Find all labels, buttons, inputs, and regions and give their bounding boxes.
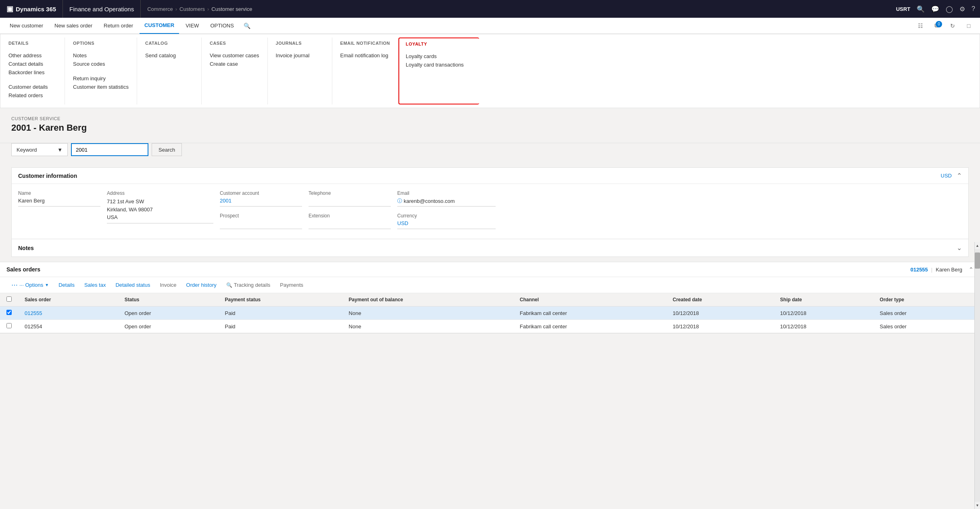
menu-view-cases[interactable]: View customer cases	[210, 51, 259, 60]
menu-loyalty-cards[interactable]: Loyalty cards	[406, 52, 473, 60]
order-type-cell: Sales order	[873, 320, 974, 333]
created-date-cell: 10/12/2018	[666, 320, 774, 333]
catalog-section-title: CATALOG	[145, 41, 193, 47]
app-label: Finance and Operations	[69, 6, 134, 13]
email-value[interactable]: ⓘ karenb@contoso.com	[397, 198, 496, 207]
col-payment-status: Payment status	[219, 293, 342, 307]
journals-section-title: JOURNALS	[276, 41, 324, 47]
table-row[interactable]: 012555 Open order Paid None Fabrikam cal…	[0, 307, 974, 320]
select-all-checkbox[interactable]	[6, 296, 12, 302]
ribbon-grid-icon[interactable]: ☷	[914, 19, 927, 32]
brand-dynamics365[interactable]: ▣ Dynamics 365	[5, 0, 63, 18]
menu-customer-details[interactable]: Customer details	[8, 83, 56, 91]
email-label: Email	[397, 190, 496, 196]
keyword-select[interactable]: Keyword ▼	[11, 143, 68, 156]
ribbon-view[interactable]: VIEW	[181, 18, 204, 34]
row-checkbox[interactable]	[6, 310, 12, 315]
ribbon-refresh-icon[interactable]: ↻	[946, 19, 959, 32]
search-button[interactable]: Search	[152, 143, 182, 156]
chat-icon[interactable]: 💬	[931, 5, 939, 13]
ship-date-cell: 10/12/2018	[774, 307, 873, 320]
row-checkbox[interactable]	[6, 323, 12, 328]
menu-create-case[interactable]: Create case	[210, 60, 259, 68]
menu-contact-details[interactable]: Contact details	[8, 60, 56, 68]
collapse-icon[interactable]: ⌃	[957, 172, 962, 179]
sales-tax-button[interactable]: Sales tax	[79, 280, 111, 290]
name-value: Karen Berg	[18, 198, 100, 207]
menu-related-orders[interactable]: Related orders	[8, 91, 56, 100]
customer-info-card: Customer information USD ⌃ Name Karen Be…	[11, 167, 969, 239]
order-number-cell[interactable]: 012555	[18, 307, 118, 320]
payment-status-cell: Paid	[219, 320, 342, 333]
select-chevron-icon: ▼	[57, 147, 63, 153]
service-label: CUSTOMER SERVICE	[11, 116, 969, 121]
menu-source-codes[interactable]: Source codes	[73, 60, 129, 68]
menu-backorder-lines[interactable]: Backorder lines	[8, 68, 56, 77]
extension-value	[309, 220, 391, 229]
sales-chevron-icon[interactable]: ⌃	[969, 266, 974, 273]
sales-orders-header: Sales orders 012555 | Karen Berg ⌃	[0, 262, 980, 277]
sales-header-right: 012555 | Karen Berg ⌃	[910, 266, 974, 273]
page-scroll-thumb[interactable]	[975, 252, 980, 269]
menu-loyalty-card-transactions[interactable]: Loyalty card transactions	[406, 60, 473, 69]
card-header-right: USD ⌃	[941, 172, 962, 179]
search-icon[interactable]: 🔍	[917, 5, 925, 13]
ribbon-maximize-icon[interactable]: □	[962, 19, 975, 32]
account-value[interactable]: 2001	[220, 198, 302, 207]
ribbon-new-customer[interactable]: New customer	[5, 18, 48, 34]
col-checkbox	[0, 293, 18, 307]
page-scroll-up[interactable]: ▲	[976, 242, 979, 249]
page-title: 2001 - Karen Berg	[11, 123, 969, 133]
menu-return-inquiry[interactable]: Return inquiry	[73, 74, 129, 83]
breadcrumb: Commerce › Customers › Customer service	[141, 6, 896, 12]
sales-orders-title: Sales orders	[6, 266, 40, 273]
ribbon-return-order[interactable]: Return order	[99, 18, 138, 34]
payment-balance-cell: None	[342, 320, 513, 333]
ribbon-customer[interactable]: CUSTOMER	[140, 18, 179, 34]
options-button[interactable]: ⋯ ··· Options ▼	[6, 280, 54, 290]
ribbon-windows-icon[interactable]: ⧉ 0	[930, 19, 943, 32]
page-scrollbar[interactable]: ▲ ▼	[974, 242, 980, 334]
menu-customer-item-stats[interactable]: Customer item statistics	[73, 83, 129, 91]
telephone-value	[309, 198, 391, 207]
ribbon-options[interactable]: OPTIONS	[205, 18, 239, 34]
breadcrumb-customers[interactable]: Customers	[179, 6, 205, 12]
detailed-status-button[interactable]: Detailed status	[111, 280, 155, 290]
sales-order-link[interactable]: 012555	[910, 267, 928, 273]
notes-header[interactable]: Notes ⌄	[12, 239, 968, 257]
row-checkbox-cell[interactable]	[0, 307, 18, 320]
settings-icon[interactable]: ⚙	[959, 5, 965, 13]
ribbon-search-icon[interactable]: 🔍	[240, 18, 254, 34]
loyalty-section-title: LOYALTY	[406, 42, 473, 48]
details-button[interactable]: Details	[54, 280, 79, 290]
tracking-details-button[interactable]: 🔍 Tracking details	[221, 280, 275, 290]
col-ship-date: Ship date	[774, 293, 873, 307]
ribbon-new-sales-order[interactable]: New sales order	[50, 18, 97, 34]
table-row[interactable]: 012554 Open order Paid None Fabrikam cal…	[0, 320, 974, 333]
customer-info-title: Customer information	[18, 173, 77, 179]
search-input[interactable]	[71, 143, 148, 156]
order-history-button[interactable]: Order history	[181, 280, 221, 290]
brand-label: Dynamics 365	[16, 6, 56, 13]
menu-notes[interactable]: Notes	[73, 51, 129, 60]
order-number-cell[interactable]: 012554	[18, 320, 118, 333]
page-scroll-track[interactable]	[975, 249, 980, 334]
customer-dropdown-menu: DETAILS Other address Contact details Ba…	[0, 34, 980, 108]
invoice-button[interactable]: Invoice	[155, 280, 181, 290]
breadcrumb-commerce[interactable]: Commerce	[147, 6, 173, 12]
row-checkbox-cell[interactable]	[0, 320, 18, 333]
currency-field-value[interactable]: USD	[397, 220, 496, 229]
menu-send-catalog[interactable]: Send catalog	[145, 51, 193, 60]
menu-other-address[interactable]: Other address	[8, 51, 56, 60]
menu-section-loyalty: LOYALTY Loyalty cards Loyalty card trans…	[398, 38, 479, 104]
menu-email-log[interactable]: Email notification log	[340, 51, 390, 60]
menu-invoice-journal[interactable]: Invoice journal	[276, 51, 324, 60]
search-row: Keyword ▼ Search	[0, 143, 980, 163]
help-icon[interactable]: ?	[972, 5, 975, 13]
currency-link[interactable]: USD	[941, 173, 952, 179]
payments-button[interactable]: Payments	[275, 280, 308, 290]
user-circle-icon[interactable]: ◯	[946, 5, 953, 13]
brand-finance[interactable]: Finance and Operations	[63, 0, 141, 18]
ribbon-bar: New customer New sales order Return orde…	[0, 18, 980, 34]
name-label: Name	[18, 190, 100, 196]
